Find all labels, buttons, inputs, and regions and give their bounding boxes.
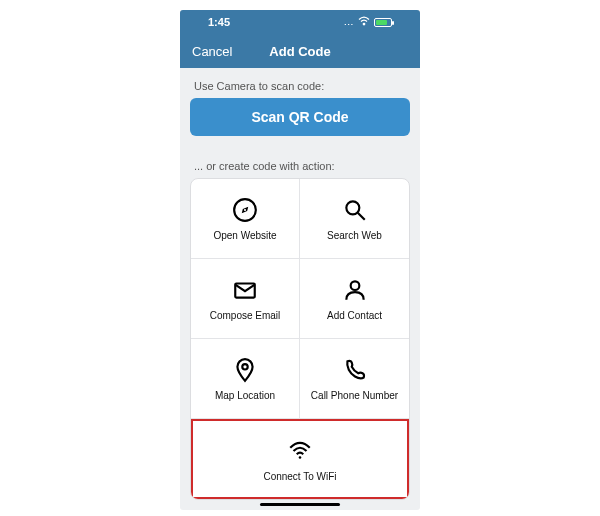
svg-point-7 [350, 281, 359, 290]
status-time: 1:45 [208, 16, 230, 28]
search-icon [341, 196, 369, 224]
action-search-web[interactable]: Search Web [300, 179, 409, 259]
content: Use Camera to scan code: Scan QR Code ..… [180, 68, 420, 510]
action-label: Call Phone Number [311, 390, 398, 401]
wifi-status-icon [358, 16, 370, 28]
create-hint: ... or create code with action: [194, 160, 406, 172]
svg-point-3 [244, 209, 246, 211]
action-label: Add Contact [327, 310, 382, 321]
action-call-phone[interactable]: Call Phone Number [300, 339, 409, 419]
phone-icon [341, 356, 369, 384]
action-connect-wifi[interactable]: Connect To WiFi [191, 419, 409, 499]
cancel-button[interactable]: Cancel [180, 44, 232, 59]
action-label: Connect To WiFi [263, 471, 336, 482]
nav-bar: Cancel Add Code [180, 34, 420, 68]
status-bar: 1:45 ... [180, 10, 420, 34]
home-indicator[interactable] [260, 503, 340, 506]
action-label: Search Web [327, 230, 382, 241]
action-label: Map Location [215, 390, 275, 401]
scan-hint: Use Camera to scan code: [194, 80, 406, 92]
svg-point-8 [242, 364, 247, 369]
action-add-contact[interactable]: Add Contact [300, 259, 409, 339]
signal-icon: ... [344, 18, 354, 27]
status-right: ... [344, 16, 392, 28]
svg-line-5 [357, 213, 364, 220]
person-icon [341, 276, 369, 304]
action-label: Open Website [213, 230, 276, 241]
action-label: Compose Email [210, 310, 281, 321]
action-open-website[interactable]: Open Website [191, 179, 300, 259]
compass-icon [231, 196, 259, 224]
mail-icon [231, 276, 259, 304]
action-grid: Open Website Search Web Compose Email [190, 178, 410, 500]
action-compose-email[interactable]: Compose Email [191, 259, 300, 339]
pin-icon [231, 356, 259, 384]
phone-frame: 1:45 ... Cancel Add Code Use Camera to s… [180, 10, 420, 510]
scan-qr-label: Scan QR Code [251, 109, 348, 125]
scan-qr-button[interactable]: Scan QR Code [190, 98, 410, 136]
wifi-icon [286, 437, 314, 465]
svg-point-0 [363, 23, 365, 25]
svg-point-9 [299, 456, 302, 459]
battery-icon [374, 18, 392, 27]
svg-point-4 [346, 201, 359, 214]
action-map-location[interactable]: Map Location [191, 339, 300, 419]
